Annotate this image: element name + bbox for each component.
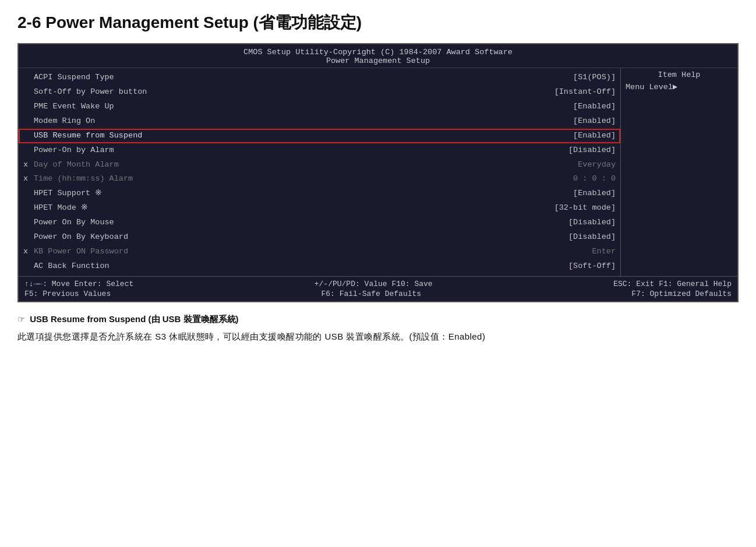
- bottom-subtitle: USB Resume from Suspend (由 USB 裝置喚醒系統): [30, 314, 238, 324]
- row-value: [Disabled]: [568, 217, 616, 229]
- footer-failsafe: F6: Fail-Safe Defaults: [321, 290, 421, 298]
- bios-footer: ↑↓→←: Move Enter: Select +/-/PU/PD: Valu…: [19, 276, 737, 301]
- row-value: Enter: [592, 246, 616, 258]
- bios-row[interactable]: Modem Ring On[Enabled]: [19, 114, 620, 129]
- bios-row[interactable]: ACPI Suspend Type[S1(POS)]: [19, 70, 620, 85]
- row-prefix: [23, 260, 34, 273]
- row-value: Everyday: [578, 159, 616, 171]
- row-value: [Instant-Off]: [554, 86, 616, 98]
- bottom-section: ☞ USB Resume from Suspend (由 USB 裝置喚醒系統)…: [17, 314, 739, 344]
- bios-row[interactable]: Power On By Mouse[Disabled]: [19, 216, 620, 230]
- row-prefix: x: [23, 173, 34, 185]
- row-prefix: [23, 144, 34, 157]
- row-label: ACPI Suspend Type: [34, 72, 573, 84]
- row-label: USB Resume from Suspend: [34, 130, 573, 142]
- bios-row[interactable]: AC Back Function[Soft-Off]: [19, 259, 620, 274]
- row-label: PME Event Wake Up: [34, 101, 573, 113]
- row-label: KB Power ON Password: [34, 246, 592, 258]
- footer-optimized: F7: Optimized Defaults: [631, 290, 732, 298]
- bios-help-panel: Item Help Menu Level▶: [621, 68, 737, 276]
- row-label: Power On By Mouse: [34, 217, 568, 229]
- row-label: HPET Mode ※: [34, 202, 554, 214]
- row-label: Power On By Keyboard: [34, 231, 568, 243]
- bios-settings-panel: ACPI Suspend Type[S1(POS)]Soft-Off by Po…: [19, 68, 621, 276]
- row-value: [Enabled]: [573, 101, 616, 113]
- row-prefix: [23, 217, 34, 229]
- row-prefix: [23, 231, 34, 243]
- bios-footer-row1: ↑↓→←: Move Enter: Select +/-/PU/PD: Valu…: [24, 280, 732, 288]
- bios-main: ACPI Suspend Type[S1(POS)]Soft-Off by Po…: [19, 68, 737, 276]
- footer-move: ↑↓→←: Move Enter: Select: [24, 280, 133, 288]
- bios-row[interactable]: Power-On by Alarm[Disabled]: [19, 143, 620, 158]
- bios-row[interactable]: PME Event Wake Up[Enabled]: [19, 100, 620, 114]
- row-label: Day of Month Alarm: [34, 159, 578, 171]
- arrow-icon: ☞: [17, 314, 25, 324]
- page-title: 2-6 Power Management Setup (省電功能設定): [17, 12, 739, 34]
- row-label: Soft-Off by Power button: [34, 86, 554, 98]
- bios-header-line2: Power Management Setup: [19, 57, 737, 65]
- row-value: [S1(POS)]: [573, 72, 616, 84]
- bios-help-menu-level: Menu Level▶: [626, 82, 733, 91]
- bios-footer-row2: F5: Previous Values F6: Fail-Safe Defaul…: [24, 290, 732, 298]
- bottom-arrow-item: ☞ USB Resume from Suspend (由 USB 裝置喚醒系統): [17, 314, 739, 325]
- row-prefix: [23, 130, 34, 142]
- bios-header: CMOS Setup Utility-Copyright (C) 1984-20…: [19, 44, 737, 68]
- row-label: Time (hh:mm:ss) Alarm: [34, 173, 573, 185]
- row-prefix: [23, 101, 34, 113]
- bios-header-line1: CMOS Setup Utility-Copyright (C) 1984-20…: [19, 48, 737, 57]
- bios-row[interactable]: HPET Mode ※[32-bit mode]: [19, 201, 620, 216]
- bottom-subtext: 此選項提供您選擇是否允許系統在 S3 休眠狀態時，可以經由支援喚醒功能的 USB…: [17, 329, 739, 344]
- row-label: Modem Ring On: [34, 115, 573, 128]
- row-prefix: x: [23, 159, 34, 171]
- bios-row[interactable]: Power On By Keyboard[Disabled]: [19, 230, 620, 245]
- bios-row[interactable]: HPET Support ※[Enabled]: [19, 186, 620, 201]
- footer-exit: ESC: Exit F1: General Help: [613, 280, 732, 288]
- bios-row[interactable]: xTime (hh:mm:ss) Alarm0 : 0 : 0: [19, 172, 620, 186]
- row-label: HPET Support ※: [34, 188, 573, 200]
- row-value: 0 : 0 : 0: [573, 173, 616, 185]
- bios-screen: CMOS Setup Utility-Copyright (C) 1984-20…: [17, 43, 739, 302]
- row-label: AC Back Function: [34, 260, 568, 273]
- row-prefix: [23, 188, 34, 200]
- row-value: [Soft-Off]: [568, 260, 616, 273]
- row-label: Power-On by Alarm: [34, 144, 568, 157]
- row-value: [32-bit mode]: [554, 202, 616, 214]
- row-prefix: [23, 86, 34, 98]
- bios-row[interactable]: xDay of Month AlarmEveryday: [19, 158, 620, 172]
- footer-value: +/-/PU/PD: Value F10: Save: [315, 280, 433, 288]
- row-prefix: x: [23, 246, 34, 258]
- bios-row[interactable]: Soft-Off by Power button[Instant-Off]: [19, 85, 620, 100]
- row-value: [Enabled]: [573, 130, 616, 142]
- row-prefix: [23, 115, 34, 128]
- footer-prev: F5: Previous Values: [24, 290, 111, 298]
- row-prefix: [23, 72, 34, 84]
- row-prefix: [23, 202, 34, 214]
- row-value: [Enabled]: [573, 115, 616, 128]
- bios-help-title: Item Help: [626, 70, 733, 79]
- bios-row[interactable]: USB Resume from Suspend[Enabled]: [19, 129, 620, 143]
- bios-row[interactable]: xKB Power ON PasswordEnter: [19, 245, 620, 259]
- row-value: [Disabled]: [568, 144, 616, 157]
- row-value: [Enabled]: [573, 188, 616, 200]
- row-value: [Disabled]: [568, 231, 616, 243]
